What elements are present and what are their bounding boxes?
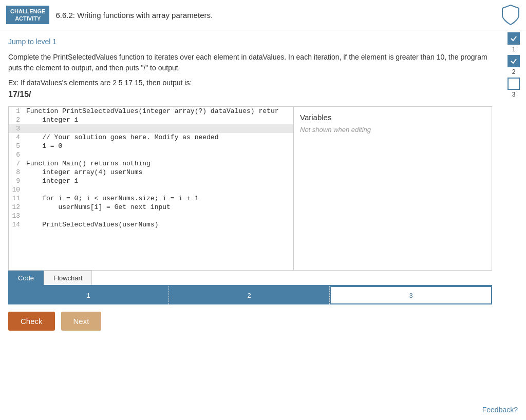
line-number: 5 — [9, 142, 24, 150]
variables-title: Variables — [300, 113, 485, 122]
table-row: 11 for i = 0; i < userNums.size; i = i +… — [9, 194, 293, 203]
line-number: 4 — [9, 133, 24, 142]
table-row: 8 integer array(4) userNums — [9, 168, 293, 177]
level-3-number: 3 — [512, 91, 516, 98]
tab-code[interactable]: Code — [8, 271, 44, 285]
table-row: 3 — [9, 124, 293, 133]
header: CHALLENGE ACTIVITY 6.6.2: Writing functi… — [0, 0, 526, 30]
actions-row: Check Next — [8, 304, 492, 331]
line-number: 8 — [9, 168, 24, 177]
line-number: 7 — [9, 159, 24, 168]
level-1-item[interactable]: 1 — [504, 32, 523, 53]
level-3-checkbox — [508, 78, 520, 90]
line-number: 3 — [9, 124, 24, 133]
table-row: 9 integer i — [9, 177, 293, 185]
line-code: // Your solution goes here. Modify as ne… — [24, 133, 293, 142]
check-button[interactable]: Check — [8, 312, 55, 331]
table-row: 13 — [9, 212, 293, 220]
line-number: 9 — [9, 177, 24, 185]
table-row: 2 integer i — [9, 116, 293, 124]
level-3-item[interactable]: 3 — [504, 78, 523, 98]
editor-container: 1Function PrintSelectedValues(integer ar… — [8, 106, 492, 271]
description-text: Complete the PrintSelectedValues functio… — [8, 52, 492, 73]
table-row: 1Function PrintSelectedValues(integer ar… — [9, 107, 293, 116]
activity-title: 6.6.2: Writing functions with array para… — [55, 11, 501, 20]
line-code: PrintSelectedValues(userNums) — [24, 220, 293, 229]
challenge-activity-label: CHALLENGE ACTIVITY — [6, 6, 49, 25]
example-text: Ex: If dataValues's elements are 2 5 17 … — [8, 79, 492, 87]
line-code: i = 0 — [24, 142, 293, 150]
line-code: integer i — [24, 177, 293, 185]
line-code: integer i — [24, 116, 293, 124]
table-row: 6 — [9, 150, 293, 159]
level-2-item[interactable]: 2 — [504, 55, 523, 75]
line-code: Function Main() returns nothing — [24, 159, 293, 168]
line-code: Function PrintSelectedValues(integer arr… — [24, 107, 293, 116]
level-2-number: 2 — [512, 68, 516, 75]
level-1-number: 1 — [512, 46, 516, 53]
variables-panel: Variables Not shown when editing — [294, 107, 492, 270]
progress-segment-3[interactable]: 3 — [330, 286, 492, 304]
next-button[interactable]: Next — [61, 312, 102, 331]
line-number: 10 — [9, 185, 24, 194]
line-number: 11 — [9, 194, 24, 203]
line-number: 1 — [9, 107, 24, 116]
output-example: 17/15/ — [8, 90, 492, 99]
table-row: 14 PrintSelectedValues(userNums) — [9, 220, 293, 229]
table-row: 4 // Your solution goes here. Modify as … — [9, 133, 293, 142]
table-row: 5 i = 0 — [9, 142, 293, 150]
main-content: Jump to level 1 Complete the PrintSelect… — [0, 30, 500, 338]
code-panel[interactable]: 1Function PrintSelectedValues(integer ar… — [9, 107, 294, 270]
line-number: 12 — [9, 203, 24, 212]
table-row: 10 — [9, 185, 293, 194]
progress-segment-2[interactable]: 2 — [169, 286, 330, 304]
jump-to-level-link[interactable]: Jump to level 1 — [8, 37, 57, 46]
level-1-checkbox — [508, 32, 520, 45]
level-2-checkbox — [508, 55, 520, 67]
line-number: 14 — [9, 220, 24, 229]
line-number: 2 — [9, 116, 24, 124]
line-code: integer array(4) userNums — [24, 168, 293, 177]
table-row: 12 userNums[i] = Get next input — [9, 203, 293, 212]
line-code — [24, 150, 293, 159]
level-sidebar: 1 2 3 — [501, 28, 526, 102]
line-code — [24, 212, 293, 220]
tabs-bar: Code Flowchart — [8, 271, 492, 286]
line-code — [24, 124, 293, 133]
shield-badge-icon — [501, 4, 520, 26]
table-row: 7Function Main() returns nothing — [9, 159, 293, 168]
line-code: userNums[i] = Get next input — [24, 203, 293, 212]
line-code: for i = 0; i < userNums.size; i = i + 1 — [24, 194, 293, 203]
tab-flowchart[interactable]: Flowchart — [44, 271, 92, 285]
code-table: 1Function PrintSelectedValues(integer ar… — [9, 107, 293, 229]
line-code — [24, 185, 293, 194]
progress-segment-1[interactable]: 1 — [8, 286, 169, 304]
variables-subtitle: Not shown when editing — [300, 126, 485, 133]
progress-bar: 1 2 3 — [8, 286, 492, 304]
feedback-link[interactable]: Feedback? — [482, 406, 518, 414]
line-number: 6 — [9, 150, 24, 159]
line-number: 13 — [9, 212, 24, 220]
